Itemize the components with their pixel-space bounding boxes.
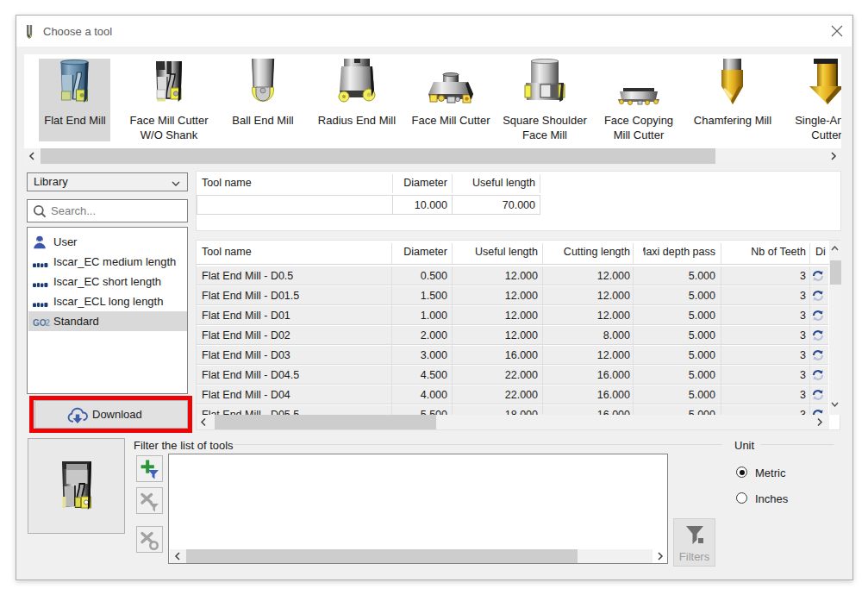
svg-text:GO: GO <box>33 318 47 328</box>
svg-text:2: 2 <box>46 318 51 328</box>
